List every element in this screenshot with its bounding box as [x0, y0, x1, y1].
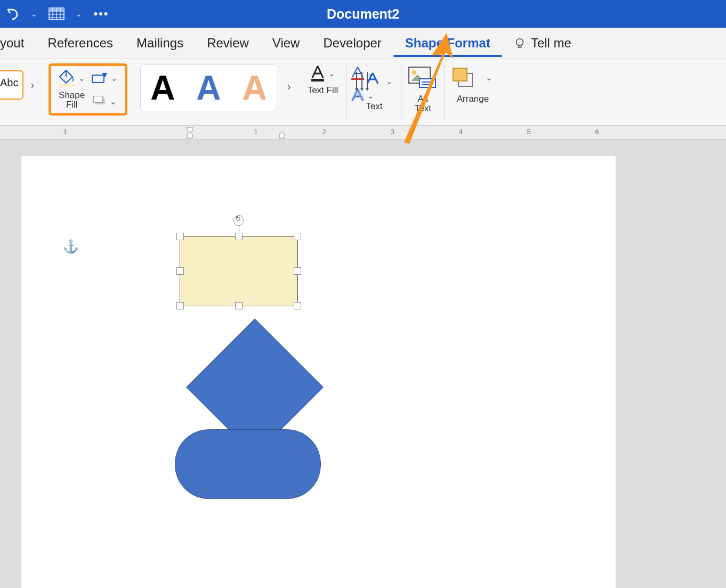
- text-fill-label: Text Fill: [308, 86, 338, 95]
- ruler-indent-marker[interactable]: [186, 126, 193, 139]
- shape-outline-dropdown[interactable]: ⌄: [109, 74, 119, 83]
- text-direction-dropdown[interactable]: ⌄: [384, 77, 394, 86]
- text-fill-dropdown[interactable]: ⌄: [327, 69, 337, 78]
- wordart-style-1[interactable]: A: [150, 71, 175, 105]
- shape-fill-group-highlight: ⌄ Shape Fill ⌄ ⌄: [49, 63, 127, 116]
- svg-rect-11: [92, 75, 104, 83]
- svg-rect-22: [453, 68, 467, 81]
- tab-shape-format[interactable]: Shape Format: [393, 28, 502, 58]
- ribbon: Abc › ⌄ Shape Fill ⌄: [0, 59, 726, 126]
- undo-button[interactable]: [3, 3, 20, 24]
- shape-fill-button[interactable]: [57, 69, 77, 87]
- svg-rect-9: [518, 46, 521, 48]
- document-surface: ⚓: [0, 140, 726, 588]
- svg-rect-18: [420, 79, 435, 87]
- table-grid-button[interactable]: [48, 3, 65, 24]
- ruler-indent-marker-right[interactable]: [278, 126, 286, 139]
- svg-point-8: [516, 39, 523, 46]
- tell-me-label: Tell me: [531, 36, 571, 51]
- shape-effects-button[interactable]: [92, 96, 108, 108]
- text-fill-button[interactable]: [309, 65, 327, 82]
- tab-developer[interactable]: Developer: [311, 28, 393, 58]
- rotate-connector: [239, 225, 239, 233]
- resize-handle-br[interactable]: [294, 302, 301, 309]
- ruler-mark: 2: [322, 128, 326, 136]
- resize-handle-r[interactable]: [294, 267, 301, 275]
- resize-handle-bl[interactable]: [176, 302, 184, 309]
- resize-handle-t[interactable]: [235, 233, 243, 240]
- ribbon-tabstrip: yout References Mailings Review View Dev…: [0, 28, 726, 59]
- shape-fill-label: Shape Fill: [59, 91, 85, 110]
- shape-rounded-rectangle[interactable]: [175, 429, 321, 499]
- text-direction-button[interactable]: [353, 70, 379, 93]
- arrange-button[interactable]: [451, 66, 479, 89]
- document-page[interactable]: ⚓: [21, 156, 616, 588]
- svg-rect-13: [93, 96, 103, 102]
- shape-fill-dropdown[interactable]: ⌄: [77, 74, 87, 83]
- resize-handle-tl[interactable]: [176, 233, 184, 240]
- svg-rect-10: [59, 84, 75, 87]
- resize-handle-b[interactable]: [235, 302, 243, 309]
- ruler-mark: 5: [527, 128, 530, 136]
- rotate-handle[interactable]: [233, 215, 244, 226]
- ruler-mark: 4: [458, 128, 462, 136]
- alt-text-button[interactable]: [408, 66, 438, 89]
- shape-style-preview[interactable]: Abc: [0, 70, 23, 100]
- tab-references[interactable]: References: [36, 28, 125, 58]
- qat-overflow-button[interactable]: •••: [93, 3, 110, 24]
- resize-handle-l[interactable]: [176, 267, 184, 275]
- ruler-mark: 1: [63, 128, 67, 136]
- arrange-dropdown[interactable]: ⌄: [484, 73, 494, 83]
- horizontal-ruler[interactable]: 2 1 1 2 3 4 5 6: [0, 126, 726, 140]
- wordart-gallery[interactable]: A A A: [140, 64, 277, 111]
- ruler-mark: 3: [390, 128, 394, 136]
- tab-mailings[interactable]: Mailings: [125, 28, 195, 58]
- shape-effects-dropdown[interactable]: ⌄: [108, 97, 118, 107]
- tab-review[interactable]: Review: [195, 28, 261, 58]
- tab-view[interactable]: View: [261, 28, 312, 58]
- table-grid-dropdown[interactable]: ⌄: [68, 3, 90, 24]
- shape-style-gallery-expand[interactable]: ›: [29, 79, 36, 91]
- ruler-mark: 1: [254, 128, 257, 136]
- ruler-mark: 6: [595, 128, 599, 136]
- wordart-style-2[interactable]: A: [196, 71, 221, 105]
- lightbulb-icon: [514, 37, 526, 49]
- wordart-style-3[interactable]: A: [243, 71, 267, 105]
- undo-dropdown[interactable]: ⌄: [23, 3, 45, 24]
- svg-point-17: [412, 70, 416, 75]
- tab-layout[interactable]: yout: [0, 28, 36, 58]
- svg-rect-14: [311, 79, 324, 81]
- text-group-label: Text: [366, 102, 382, 111]
- alt-text-label: Alt Text: [415, 94, 431, 113]
- shape-outline-button[interactable]: [91, 72, 109, 85]
- tell-me-search[interactable]: Tell me: [502, 28, 583, 58]
- arrange-label: Arrange: [457, 94, 489, 104]
- shape-rectangle-selected[interactable]: [180, 236, 298, 306]
- wordart-gallery-expand[interactable]: ›: [286, 80, 293, 93]
- resize-handle-tr[interactable]: [294, 233, 301, 240]
- anchor-icon: ⚓: [63, 239, 79, 254]
- titlebar: ⌄ ⌄ ••• Document2: [0, 0, 726, 28]
